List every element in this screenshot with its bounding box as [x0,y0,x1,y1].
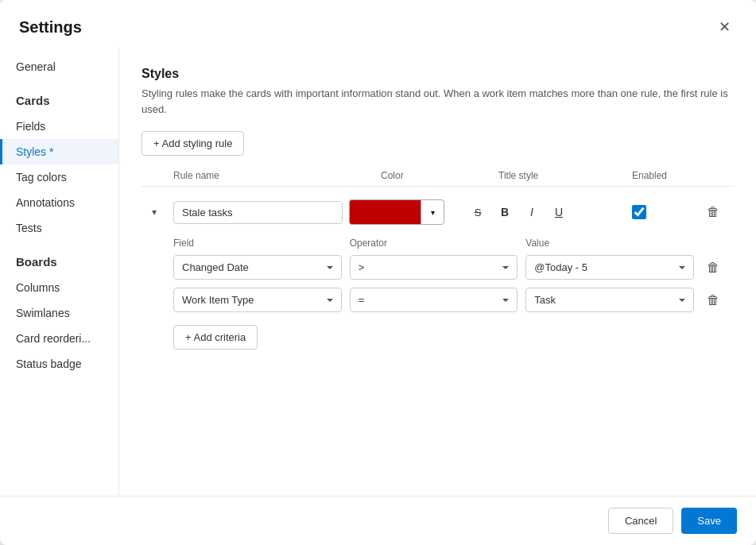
field-select-2[interactable]: Work Item Type [173,288,342,312]
title-style-controls: S B I U [467,201,626,223]
delete-criteria-button-1[interactable]: 🗑 [702,257,724,279]
th-criteria-actions [702,238,734,249]
th-rule-name: Rule name [173,170,374,181]
sidebar-item-swimlanes[interactable]: Swimlanes [0,300,118,326]
field-select-wrapper-1: Changed Date [173,255,342,280]
rule-enabled-cell [632,205,696,219]
sidebar-section-cards: Cards [0,86,118,114]
th-color: Color [381,170,492,181]
save-button[interactable]: Save [681,508,737,534]
expand-rule-button[interactable]: ▾ [142,207,167,218]
sidebar-item-general[interactable]: General [0,54,118,79]
dialog-title: Settings [19,18,82,37]
color-swatch[interactable] [349,199,421,225]
value-select-2[interactable]: Task [525,288,694,312]
th-enabled: Enabled [632,170,696,181]
criteria-row: Changed Date > @Today - 5 🗑 [173,255,734,280]
dialog-header: Settings ✕ [0,0,756,48]
sidebar-item-status-badge[interactable]: Status badge [0,351,118,377]
add-rule-button[interactable]: + Add styling rule [142,131,244,156]
rule-name-field [173,201,343,224]
th-operator: Operator [350,238,518,249]
chevron-down-icon: ▾ [152,207,157,218]
sidebar-item-annotations[interactable]: Annotations [0,190,118,215]
th-field: Field [173,238,342,249]
sidebar-item-styles[interactable]: Styles * [0,139,118,164]
delete-criteria-button-2[interactable]: 🗑 [702,289,724,311]
color-dropdown-button[interactable]: ▾ [421,199,444,225]
field-select-wrapper-2: Work Item Type [173,288,342,312]
underline-button[interactable]: U [548,201,570,223]
bold-icon: B [501,206,509,218]
add-criteria-label: + Add criteria [185,331,246,343]
add-criteria-button[interactable]: + Add criteria [173,325,258,350]
operator-select-1[interactable]: > [350,255,518,280]
th-value: Value [525,238,694,249]
sidebar-item-columns[interactable]: Columns [0,275,118,300]
color-picker: ▾ [349,199,460,225]
table-header: Rule name Color Title style Enabled [142,170,734,187]
settings-dialog: Settings ✕ General Cards Fields Styles *… [0,0,756,545]
operator-select-wrapper-2: = [350,288,518,312]
criteria-row: Work Item Type = Task 🗑 [173,288,734,312]
trash-icon: 🗑 [707,205,719,219]
underline-icon: U [555,206,563,218]
add-rule-label: + Add styling rule [153,137,232,149]
bold-button[interactable]: B [494,201,516,223]
sidebar-item-tests[interactable]: Tests [0,215,118,241]
delete-rule-button[interactable]: 🗑 [702,201,724,223]
value-select-wrapper-1: @Today - 5 [525,255,694,280]
close-button[interactable]: ✕ [711,14,737,40]
rule-enabled-checkbox[interactable] [632,205,646,219]
operator-select-2[interactable]: = [350,288,518,312]
th-expand [142,170,167,181]
dialog-body: General Cards Fields Styles * Tag colors… [0,48,756,496]
sidebar-section-boards: Boards [0,247,118,275]
sidebar-item-card-reordering[interactable]: Card reorderi... [0,326,118,351]
criteria-header: Field Operator Value [173,234,734,255]
cancel-button[interactable]: Cancel [608,508,673,534]
chevron-down-icon: ▾ [431,208,435,217]
value-select-1[interactable]: @Today - 5 [525,255,694,280]
field-select-1[interactable]: Changed Date [173,255,342,280]
italic-icon: I [530,206,533,218]
strikethrough-button[interactable]: S [467,201,489,223]
strikethrough-icon: S [475,207,482,218]
operator-select-wrapper-1: > [350,255,518,280]
styles-section-desc: Styling rules make the cards with import… [142,86,734,117]
sidebar: General Cards Fields Styles * Tag colors… [0,48,119,496]
main-content: Styles Styling rules make the cards with… [119,48,756,496]
rule-name-input[interactable] [173,201,343,224]
criteria-section: Field Operator Value Changed Date > [173,234,734,350]
th-actions [702,170,734,181]
trash-icon: 🗑 [707,261,719,275]
styles-section-title: Styles [142,67,734,81]
sidebar-item-tag-colors[interactable]: Tag colors [0,164,118,190]
rule-row: ▾ ▾ S B [142,193,734,231]
sidebar-item-fields[interactable]: Fields [0,114,118,139]
dialog-footer: Cancel Save [0,496,756,545]
trash-icon: 🗑 [707,293,719,307]
italic-button[interactable]: I [521,201,543,223]
th-title-style: Title style [498,170,626,181]
value-select-wrapper-2: Task [525,288,694,312]
